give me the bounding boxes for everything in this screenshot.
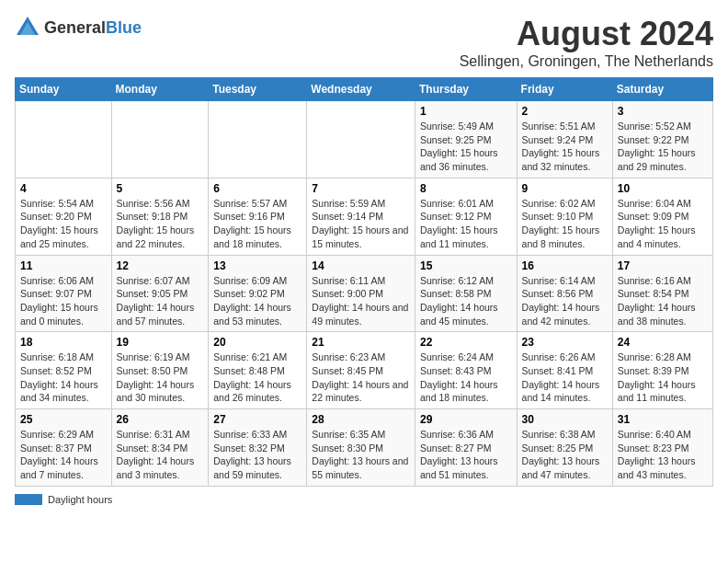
day-info: Sunrise: 6:28 AM Sunset: 8:39 PM Dayligh… bbox=[618, 350, 708, 405]
day-info: Sunrise: 6:26 AM Sunset: 8:41 PM Dayligh… bbox=[522, 350, 608, 405]
calendar-cell: 28Sunrise: 6:35 AM Sunset: 8:30 PM Dayli… bbox=[307, 409, 415, 487]
calendar-header-row: SundayMondayTuesdayWednesdayThursdayFrid… bbox=[16, 78, 713, 101]
day-number: 20 bbox=[213, 336, 301, 349]
calendar-cell: 20Sunrise: 6:21 AM Sunset: 8:48 PM Dayli… bbox=[209, 332, 307, 409]
day-info: Sunrise: 6:40 AM Sunset: 8:23 PM Dayligh… bbox=[618, 428, 708, 482]
day-number: 24 bbox=[618, 336, 708, 349]
day-info: Sunrise: 6:31 AM Sunset: 8:34 PM Dayligh… bbox=[117, 428, 204, 482]
calendar-table: SundayMondayTuesdayWednesdayThursdayFrid… bbox=[15, 77, 713, 487]
day-number: 13 bbox=[213, 259, 301, 272]
calendar-week-row: 18Sunrise: 6:18 AM Sunset: 8:52 PM Dayli… bbox=[16, 332, 713, 409]
calendar-cell: 7Sunrise: 5:59 AM Sunset: 9:14 PM Daylig… bbox=[307, 178, 415, 255]
calendar-cell: 29Sunrise: 6:36 AM Sunset: 8:27 PM Dayli… bbox=[415, 409, 517, 487]
day-number: 12 bbox=[117, 259, 204, 272]
calendar-cell: 5Sunrise: 5:56 AM Sunset: 9:18 PM Daylig… bbox=[111, 178, 209, 255]
day-info: Sunrise: 6:24 AM Sunset: 8:43 PM Dayligh… bbox=[420, 350, 512, 405]
day-header: Monday bbox=[111, 78, 209, 101]
calendar-cell: 27Sunrise: 6:33 AM Sunset: 8:32 PM Dayli… bbox=[209, 409, 307, 487]
day-info: Sunrise: 5:59 AM Sunset: 9:14 PM Dayligh… bbox=[312, 197, 410, 251]
day-number: 17 bbox=[618, 259, 708, 272]
calendar-cell: 2Sunrise: 5:51 AM Sunset: 9:24 PM Daylig… bbox=[517, 101, 612, 178]
day-info: Sunrise: 6:12 AM Sunset: 8:58 PM Dayligh… bbox=[420, 274, 512, 328]
day-info: Sunrise: 5:54 AM Sunset: 9:20 PM Dayligh… bbox=[20, 197, 107, 251]
day-number: 8 bbox=[420, 182, 512, 195]
day-info: Sunrise: 6:11 AM Sunset: 9:00 PM Dayligh… bbox=[312, 274, 410, 328]
day-info: Sunrise: 6:19 AM Sunset: 8:50 PM Dayligh… bbox=[117, 350, 204, 405]
calendar-cell: 10Sunrise: 6:04 AM Sunset: 9:09 PM Dayli… bbox=[612, 178, 712, 255]
day-info: Sunrise: 6:04 AM Sunset: 9:09 PM Dayligh… bbox=[618, 197, 708, 251]
calendar-cell: 1Sunrise: 5:49 AM Sunset: 9:25 PM Daylig… bbox=[415, 101, 517, 178]
calendar-week-row: 11Sunrise: 6:06 AM Sunset: 9:07 PM Dayli… bbox=[16, 255, 713, 332]
day-number: 27 bbox=[213, 413, 301, 426]
day-info: Sunrise: 6:02 AM Sunset: 9:10 PM Dayligh… bbox=[522, 197, 608, 251]
logo-general: General bbox=[44, 18, 106, 37]
calendar-week-row: 1Sunrise: 5:49 AM Sunset: 9:25 PM Daylig… bbox=[16, 101, 713, 178]
day-number: 16 bbox=[522, 259, 608, 272]
calendar-cell: 21Sunrise: 6:23 AM Sunset: 8:45 PM Dayli… bbox=[307, 332, 415, 409]
day-number: 10 bbox=[618, 182, 708, 195]
day-header: Tuesday bbox=[209, 78, 307, 101]
calendar-cell: 24Sunrise: 6:28 AM Sunset: 8:39 PM Dayli… bbox=[612, 332, 712, 409]
calendar-week-row: 25Sunrise: 6:29 AM Sunset: 8:37 PM Dayli… bbox=[16, 409, 713, 487]
day-number: 15 bbox=[420, 259, 512, 272]
calendar-cell: 14Sunrise: 6:11 AM Sunset: 9:00 PM Dayli… bbox=[307, 255, 415, 332]
day-header: Saturday bbox=[612, 78, 712, 101]
day-info: Sunrise: 6:29 AM Sunset: 8:37 PM Dayligh… bbox=[20, 428, 107, 482]
logo: GeneralBlue bbox=[15, 15, 142, 40]
logo-icon bbox=[15, 15, 40, 40]
day-info: Sunrise: 6:06 AM Sunset: 9:07 PM Dayligh… bbox=[20, 274, 107, 328]
calendar-cell: 31Sunrise: 6:40 AM Sunset: 8:23 PM Dayli… bbox=[612, 409, 712, 487]
page-header: GeneralBlue August 2024 Sellingen, Groni… bbox=[15, 15, 713, 70]
calendar-cell bbox=[307, 101, 415, 178]
day-info: Sunrise: 5:51 AM Sunset: 9:24 PM Dayligh… bbox=[522, 120, 608, 174]
calendar-cell: 4Sunrise: 5:54 AM Sunset: 9:20 PM Daylig… bbox=[16, 178, 112, 255]
day-info: Sunrise: 5:49 AM Sunset: 9:25 PM Dayligh… bbox=[420, 120, 512, 174]
day-number: 23 bbox=[522, 336, 608, 349]
day-number: 18 bbox=[20, 336, 107, 349]
day-info: Sunrise: 5:52 AM Sunset: 9:22 PM Dayligh… bbox=[618, 120, 708, 174]
day-info: Sunrise: 6:01 AM Sunset: 9:12 PM Dayligh… bbox=[420, 197, 512, 251]
day-info: Sunrise: 6:38 AM Sunset: 8:25 PM Dayligh… bbox=[522, 428, 608, 482]
day-info: Sunrise: 6:33 AM Sunset: 8:32 PM Dayligh… bbox=[213, 428, 301, 482]
day-number: 30 bbox=[522, 413, 608, 426]
day-number: 14 bbox=[312, 259, 410, 272]
day-number: 9 bbox=[522, 182, 608, 195]
calendar-cell: 19Sunrise: 6:19 AM Sunset: 8:50 PM Dayli… bbox=[111, 332, 209, 409]
legend-label: Daylight hours bbox=[48, 494, 112, 505]
subtitle: Sellingen, Groningen, The Netherlands bbox=[460, 53, 713, 70]
day-number: 4 bbox=[20, 182, 107, 195]
calendar-cell: 18Sunrise: 6:18 AM Sunset: 8:52 PM Dayli… bbox=[16, 332, 112, 409]
calendar-cell: 17Sunrise: 6:16 AM Sunset: 8:54 PM Dayli… bbox=[612, 255, 712, 332]
calendar-cell: 16Sunrise: 6:14 AM Sunset: 8:56 PM Dayli… bbox=[517, 255, 612, 332]
legend-bar bbox=[15, 494, 42, 505]
day-number: 2 bbox=[522, 105, 608, 118]
day-number: 25 bbox=[20, 413, 107, 426]
legend: Daylight hours bbox=[15, 494, 713, 505]
calendar-cell: 13Sunrise: 6:09 AM Sunset: 9:02 PM Dayli… bbox=[209, 255, 307, 332]
day-number: 6 bbox=[213, 182, 301, 195]
day-number: 5 bbox=[117, 182, 204, 195]
calendar-cell: 8Sunrise: 6:01 AM Sunset: 9:12 PM Daylig… bbox=[415, 178, 517, 255]
day-number: 3 bbox=[618, 105, 708, 118]
day-info: Sunrise: 6:09 AM Sunset: 9:02 PM Dayligh… bbox=[213, 274, 301, 328]
day-info: Sunrise: 6:14 AM Sunset: 8:56 PM Dayligh… bbox=[522, 274, 608, 328]
day-number: 22 bbox=[420, 336, 512, 349]
day-header: Sunday bbox=[16, 78, 112, 101]
calendar-cell: 9Sunrise: 6:02 AM Sunset: 9:10 PM Daylig… bbox=[517, 178, 612, 255]
day-info: Sunrise: 6:23 AM Sunset: 8:45 PM Dayligh… bbox=[312, 350, 410, 405]
calendar-cell bbox=[16, 101, 112, 178]
day-number: 26 bbox=[117, 413, 204, 426]
day-info: Sunrise: 6:18 AM Sunset: 8:52 PM Dayligh… bbox=[20, 350, 107, 405]
calendar-cell: 22Sunrise: 6:24 AM Sunset: 8:43 PM Dayli… bbox=[415, 332, 517, 409]
day-number: 11 bbox=[20, 259, 107, 272]
day-info: Sunrise: 5:56 AM Sunset: 9:18 PM Dayligh… bbox=[117, 197, 204, 251]
calendar-cell bbox=[209, 101, 307, 178]
main-title: August 2024 bbox=[460, 15, 713, 53]
calendar-cell: 3Sunrise: 5:52 AM Sunset: 9:22 PM Daylig… bbox=[612, 101, 712, 178]
calendar-cell: 23Sunrise: 6:26 AM Sunset: 8:41 PM Dayli… bbox=[517, 332, 612, 409]
day-info: Sunrise: 6:36 AM Sunset: 8:27 PM Dayligh… bbox=[420, 428, 512, 482]
title-block: August 2024 Sellingen, Groningen, The Ne… bbox=[460, 15, 713, 70]
day-number: 1 bbox=[420, 105, 512, 118]
day-header: Friday bbox=[517, 78, 612, 101]
day-info: Sunrise: 6:16 AM Sunset: 8:54 PM Dayligh… bbox=[618, 274, 708, 328]
